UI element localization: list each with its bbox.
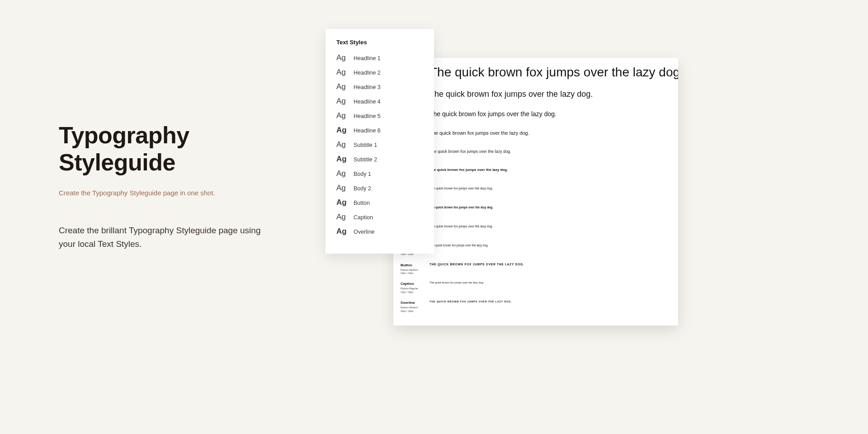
style-spec-row: Subtitle 1Roboto Regular16px / 24pxThe q… (401, 187, 669, 199)
sample-glyph: Ag (336, 68, 348, 76)
styleguide-sheet: Headline 1Roboto Light96px / 112pxThe qu… (393, 58, 678, 326)
style-font: Roboto Medium (401, 306, 423, 309)
style-sample: The quick brown fox jumps over the lazy … (429, 281, 484, 284)
style-meta: OverlineRoboto Medium10px / 16px (401, 300, 423, 313)
text-style-label: Overline (354, 229, 375, 235)
text-style-item[interactable]: AgButton (336, 198, 423, 206)
style-spec-row: Headline 3Roboto Regular48px / 56pxThe q… (401, 110, 669, 123)
styleguide-rows: Headline 1Roboto Light96px / 112pxThe qu… (401, 65, 669, 313)
text-style-label: Headline 6 (354, 127, 381, 134)
page-title: Typography Styleguide (59, 122, 294, 176)
sample-glyph: Ag (336, 141, 348, 148)
style-spec-row: ButtonRoboto Medium14px / 16pxTHE QUICK … (401, 263, 669, 275)
text-style-item[interactable]: AgHeadline 5 (336, 112, 423, 119)
text-style-label: Button (354, 200, 370, 206)
style-spec-row: Headline 4Roboto Regular34px / 36pxThe q… (401, 130, 669, 143)
sample-glyph: Ag (336, 97, 348, 105)
style-font: Roboto Medium (401, 269, 423, 272)
style-sample: The quick brown fox jumps over the lazy … (429, 206, 493, 209)
text-style-item[interactable]: AgSubtitle 1 (336, 141, 423, 148)
text-style-label: Subtitle 2 (354, 156, 377, 163)
text-style-label: Body 2 (354, 185, 371, 192)
text-style-label: Body 1 (354, 171, 371, 177)
sample-glyph: Ag (336, 112, 348, 119)
text-style-label: Headline 5 (354, 113, 381, 119)
text-style-label: Caption (354, 214, 373, 221)
style-spec-row: Body 2Roboto Regular14px / 20pxThe quick… (401, 244, 669, 256)
text-style-item[interactable]: AgBody 2 (336, 184, 423, 192)
sample-glyph: Ag (336, 184, 348, 192)
style-meta: ButtonRoboto Medium14px / 16px (401, 263, 423, 275)
page-title-line: Styleguide (59, 149, 175, 175)
style-spec-row: Subtitle 2Roboto Medium14px / 24pxThe qu… (401, 206, 669, 218)
style-sample: THE QUICK BROWN FOX JUMPS OVER THE LAZY … (429, 263, 524, 266)
style-sample: The quick brown fox jumps over the lazy … (429, 244, 488, 247)
style-size: 14px / 16px (401, 272, 423, 275)
text-style-label: Headline 3 (354, 84, 381, 90)
style-sample: THE QUICK BROWN FOX JUMPS OVER THE LAZY … (429, 300, 512, 303)
text-style-item[interactable]: AgHeadline 6 (336, 126, 423, 134)
style-spec-row: Headline 2Roboto Light60px / 72pxThe qui… (401, 90, 669, 102)
text-style-item[interactable]: AgBody 1 (336, 170, 423, 177)
text-style-item[interactable]: AgHeadline 3 (336, 83, 423, 90)
text-styles-heading: Text Styles (336, 39, 423, 46)
text-style-label: Headline 2 (354, 70, 381, 76)
style-sample: The quick brown fox jumps over the lazy … (429, 65, 678, 80)
style-sample: The quick brown fox jumps over the lazy … (429, 187, 493, 190)
text-style-item[interactable]: AgCaption (336, 213, 423, 221)
text-styles-list: AgHeadline 1AgHeadline 2AgHeadline 3AgHe… (336, 54, 423, 235)
style-spec-row: Headline 6Roboto Medium20px / 24pxThe qu… (401, 168, 669, 180)
hero: Typography Styleguide Create the Typogra… (59, 122, 294, 251)
text-style-item[interactable]: AgSubtitle 2 (336, 155, 423, 163)
sample-glyph: Ag (336, 170, 348, 177)
text-style-label: Subtitle 1 (354, 142, 377, 148)
style-spec-row: Headline 1Roboto Light96px / 112pxThe qu… (401, 65, 669, 80)
text-style-item[interactable]: AgOverline (336, 227, 423, 235)
sample-glyph: Ag (336, 155, 348, 163)
sample-glyph: Ag (336, 54, 348, 61)
sample-glyph: Ag (336, 198, 348, 206)
style-sample: The quick brown fox jumps over the lazy … (429, 110, 557, 118)
sample-glyph: Ag (336, 126, 348, 134)
style-spec-row: Headline 5Roboto Regular24px / 24pxThe q… (401, 149, 669, 162)
style-sample: The quick brown fox jumps over the lazy … (429, 149, 511, 154)
page-subtitle: Create the Typography Styleguide page in… (59, 189, 294, 197)
text-style-label: Headline 4 (354, 99, 381, 105)
text-style-item[interactable]: AgHeadline 1 (336, 54, 423, 61)
style-spec-row: Body 1Roboto Regular16px / 24pxThe quick… (401, 225, 669, 237)
style-name: Overline (401, 301, 423, 305)
style-meta: CaptionRoboto Regular12px / 16px (401, 281, 423, 294)
style-spec-row: OverlineRoboto Medium10px / 16pxTHE QUIC… (401, 300, 669, 313)
style-name: Caption (401, 282, 423, 286)
style-sample: The quick brown fox jumps over the lazy … (429, 225, 493, 228)
text-style-item[interactable]: AgHeadline 4 (336, 97, 423, 105)
style-sample: The quick brown fox jumps over the lazy … (429, 168, 508, 172)
style-spec-row: CaptionRoboto Regular12px / 16pxThe quic… (401, 281, 669, 294)
style-name: Button (401, 263, 423, 267)
text-style-label: Headline 1 (354, 55, 381, 61)
style-size: 12px / 16px (401, 291, 423, 294)
style-font: Roboto Regular (401, 287, 423, 290)
sample-glyph: Ag (336, 213, 348, 221)
sample-glyph: Ag (336, 83, 348, 90)
style-sample: The quick brown fox jumps over the lazy … (429, 130, 529, 136)
style-size: 10px / 16px (401, 310, 423, 313)
page-description: Create the brillant Typography Styleguid… (59, 224, 267, 251)
style-sample: The quick brown fox jumps over the lazy … (429, 90, 593, 99)
text-styles-panel: Text Styles AgHeadline 1AgHeadline 2AgHe… (326, 29, 434, 254)
text-style-item[interactable]: AgHeadline 2 (336, 68, 423, 76)
sample-glyph: Ag (336, 227, 348, 235)
page-title-line: Typography (59, 122, 189, 148)
